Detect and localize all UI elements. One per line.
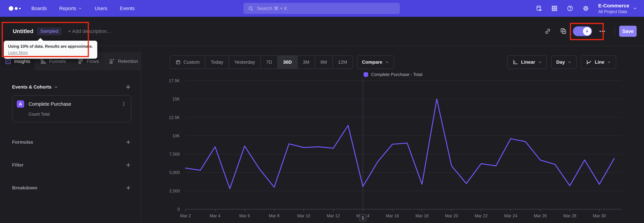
chart-controls: CustomTodayYesterday7D30D3M6M12M Compare… — [170, 55, 616, 69]
svg-text:Mar 18: Mar 18 — [416, 213, 428, 218]
event-menu-icon[interactable] — [121, 101, 126, 107]
compare-label: Compare — [362, 59, 382, 65]
svg-text:15K: 15K — [172, 97, 180, 101]
range-12m[interactable]: 12M — [332, 56, 352, 69]
flows-icon — [77, 58, 84, 65]
section-formulas: Formulas — [12, 139, 131, 145]
sidebar-content: Events & Cohorts A Complete Purchase Cou… — [0, 70, 141, 191]
chevron-down-icon — [385, 60, 389, 64]
annotation-marker-chip[interactable]: 1 — [359, 214, 366, 221]
retention-icon — [108, 58, 115, 65]
nav-item-events[interactable]: Events — [120, 6, 135, 11]
sampled-badge[interactable]: Sampled — [37, 27, 62, 35]
svg-text:Mar 4: Mar 4 — [210, 213, 220, 218]
data-management-icon[interactable] — [536, 5, 542, 12]
logo-dot-small — [19, 8, 21, 9]
save-button[interactable]: Save — [619, 26, 636, 37]
svg-text:Mar 30: Mar 30 — [593, 213, 606, 218]
add-filter-button[interactable] — [125, 162, 131, 168]
event-row: A Complete Purchase — [17, 100, 126, 108]
svg-text:10K: 10K — [172, 134, 180, 138]
range-label: Custom — [184, 59, 200, 65]
compare-button[interactable]: Compare — [357, 55, 394, 69]
svg-text:17.5K: 17.5K — [169, 78, 180, 83]
range-custom[interactable]: Custom — [170, 56, 205, 69]
mixpanel-app: BoardsReportsUsersEvents Search ⌘ + K — [0, 0, 644, 223]
chevron-down-icon — [538, 60, 542, 64]
granularity-dropdown[interactable]: Day — [551, 55, 576, 69]
svg-text:Mar 22: Mar 22 — [474, 213, 488, 218]
range-label: 3M — [303, 59, 310, 65]
tab-retention[interactable]: Retention — [106, 53, 141, 70]
legend-label: Complete Purchase - Total — [371, 72, 422, 77]
svg-text:Mar 20: Mar 20 — [445, 213, 458, 218]
search-placeholder: Search ⌘ + K — [257, 6, 287, 11]
add-to-board-icon[interactable] — [560, 28, 567, 35]
insights-icon — [5, 58, 12, 65]
add-breakdown-button[interactable] — [125, 185, 131, 191]
more-options-icon[interactable] — [599, 28, 606, 35]
event-metric[interactable]: Count Total — [28, 112, 126, 117]
event-letter-badge: A — [17, 100, 24, 108]
project-subtitle: All Project Data — [598, 9, 629, 14]
search-icon — [248, 6, 254, 11]
sampling-toggle[interactable] — [573, 26, 592, 36]
range-7d[interactable]: 7D — [260, 56, 278, 69]
nav-item-reports[interactable]: Reports — [59, 6, 82, 11]
copy-link-icon[interactable] — [544, 28, 551, 35]
chart-legend[interactable]: Complete Purchase - Total — [172, 72, 614, 77]
nav-item-boards[interactable]: Boards — [31, 6, 47, 11]
range-30d[interactable]: 30D — [278, 56, 297, 69]
add-formulas-button[interactable] — [125, 139, 131, 145]
mixpanel-logo[interactable] — [9, 6, 21, 11]
event-name[interactable]: Complete Purchase — [28, 101, 71, 107]
legend-swatch — [364, 72, 368, 77]
range-label: Today — [211, 59, 223, 65]
tab-label: Funnels — [49, 59, 66, 64]
svg-text:Mar 24: Mar 24 — [504, 213, 517, 218]
granularity-label: Day — [556, 59, 565, 65]
scale-dropdown[interactable]: Linear — [507, 55, 547, 69]
line-chart[interactable]: 02,5005,0007,50010K12.5K15K17.5KMar 2Mar… — [156, 77, 624, 223]
range-yesterday[interactable]: Yesterday — [228, 56, 260, 69]
chevron-down-icon — [607, 60, 611, 64]
report-title[interactable]: Untitled — [13, 28, 33, 34]
nav-item-label: Reports — [59, 6, 76, 11]
project-text: E-Commerce All Project Data — [598, 3, 629, 14]
nav-left: BoardsReportsUsersEvents — [0, 6, 135, 11]
svg-text:12.5K: 12.5K — [169, 115, 180, 120]
range-label: 7D — [266, 59, 272, 65]
funnels-icon — [40, 58, 46, 65]
chevron-down-icon — [632, 6, 637, 11]
add-description[interactable]: + Add description... — [68, 28, 111, 34]
add-event-button[interactable] — [125, 84, 131, 90]
chart-panel: CustomTodayYesterday7D30D3M6M12M Compare… — [142, 46, 644, 223]
section-label: Filter — [12, 162, 24, 168]
search-input[interactable]: Search ⌘ + K — [244, 3, 400, 14]
range-3m[interactable]: 3M — [297, 56, 315, 69]
tab-label: Retention — [118, 59, 138, 64]
range-6m[interactable]: 6M — [315, 56, 332, 69]
logo-dot-medium — [15, 7, 18, 10]
svg-text:Mar 28: Mar 28 — [563, 213, 576, 218]
range-today[interactable]: Today — [205, 56, 228, 69]
svg-text:Mar 12: Mar 12 — [327, 213, 340, 218]
nav-item-label: Boards — [31, 6, 47, 11]
query-sidebar: InsightsFunnelsFlowsRetention Events & C… — [0, 46, 141, 223]
nav-item-users[interactable]: Users — [94, 6, 107, 11]
divider — [614, 26, 615, 36]
learn-more-link[interactable]: Learn More — [8, 50, 28, 55]
svg-text:2,500: 2,500 — [169, 189, 180, 193]
project-selector[interactable]: E-Commerce All Project Data — [598, 3, 637, 14]
event-card[interactable]: A Complete Purchase Count Total — [12, 95, 131, 122]
help-icon[interactable] — [567, 5, 574, 12]
chevron-down-icon[interactable] — [54, 85, 58, 89]
gear-icon[interactable] — [582, 5, 589, 12]
chart-type-dropdown[interactable]: Line — [581, 55, 616, 69]
tab-label: Flows — [87, 59, 99, 64]
chart-type-label: Line — [595, 59, 604, 65]
section-label: Formulas — [12, 140, 33, 145]
calendar-icon — [176, 59, 181, 65]
project-name: E-Commerce — [598, 3, 629, 9]
apps-grid-icon[interactable] — [551, 5, 558, 12]
